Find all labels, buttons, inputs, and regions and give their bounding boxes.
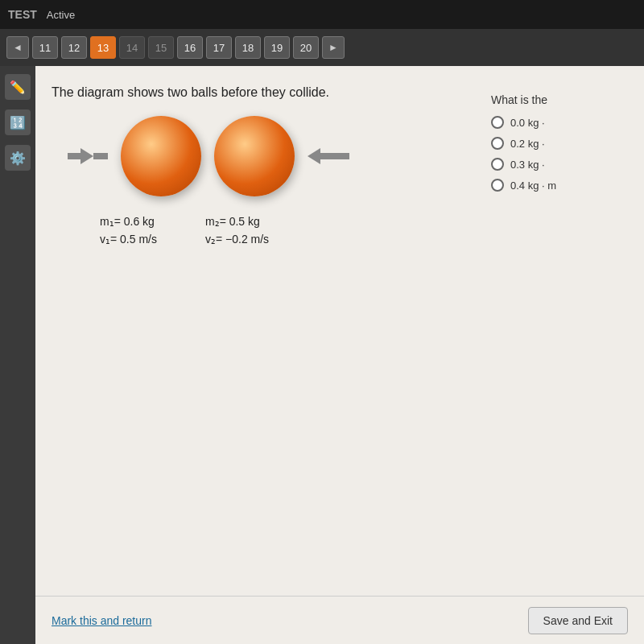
- nav-num-18[interactable]: 18: [235, 36, 261, 59]
- ball-1: [121, 116, 201, 196]
- settings-icon[interactable]: ⚙️: [5, 145, 31, 171]
- arrowhead-right: [80, 148, 93, 164]
- arrow-shaft-right: [68, 153, 80, 159]
- prev-arrow[interactable]: ◄: [6, 36, 29, 59]
- answer-text-1: 0.0 kg ·: [510, 117, 545, 129]
- nav-num-15[interactable]: 15: [148, 36, 174, 59]
- nav-num-11[interactable]: 11: [32, 36, 58, 59]
- status-label: Active: [47, 9, 75, 21]
- answer-text-3: 0.3 kg ·: [510, 159, 545, 171]
- radio-3[interactable]: [491, 158, 504, 171]
- main-layout: ✏️ 🔢 ⚙️ The diagram shows two balls befo…: [0, 66, 644, 644]
- ball-2: [214, 116, 295, 196]
- arrowhead-left: [308, 148, 320, 164]
- save-exit-button[interactable]: Save and Exit: [528, 607, 628, 634]
- app-title: TEST: [8, 8, 37, 21]
- ball1-velocity: v₁= 0.5 m/s: [100, 230, 157, 248]
- nav-num-14[interactable]: 14: [119, 36, 145, 59]
- answer-option-4[interactable]: 0.4 kg · m: [491, 179, 636, 192]
- ball2-velocity: v₂= −0.2 m/s: [205, 230, 269, 248]
- nav-num-12[interactable]: 12: [61, 36, 87, 59]
- radio-2[interactable]: [491, 137, 504, 150]
- calculator-icon[interactable]: 🔢: [5, 109, 31, 135]
- top-bar: TEST Active: [0, 0, 644, 29]
- nav-num-19[interactable]: 19: [264, 36, 290, 59]
- answer-text-4: 0.4 kg · m: [510, 180, 556, 192]
- sidebar: ✏️ 🔢 ⚙️: [0, 66, 35, 644]
- arrow-left: [308, 148, 349, 164]
- mark-return-link[interactable]: Mark this and return: [52, 614, 152, 627]
- answer-option-2[interactable]: 0.2 kg ·: [491, 137, 636, 150]
- nav-num-16[interactable]: 16: [177, 36, 203, 59]
- right-panel: What is the 0.0 kg · 0.2 kg · 0.3 kg · 0…: [483, 85, 644, 208]
- ball2-mass: m₂= 0.5 kg: [205, 213, 269, 230]
- answer-text-2: 0.2 kg ·: [510, 138, 545, 150]
- nav-num-17[interactable]: 17: [206, 36, 232, 59]
- answer-option-1[interactable]: 0.0 kg ·: [491, 116, 636, 129]
- ball1-info: m₁= 0.6 kg v₁= 0.5 m/s: [100, 213, 157, 249]
- arrow-shaft-left: [320, 153, 349, 159]
- arrow-right: [68, 151, 108, 161]
- next-arrow[interactable]: ►: [322, 36, 345, 59]
- edit-icon[interactable]: ✏️: [5, 74, 31, 100]
- bottom-bar: Mark this and return Save and Exit: [35, 596, 644, 644]
- nav-bar: ◄ 11 12 13 14 15 16 17 18 19 20 ►: [0, 29, 644, 66]
- balls-row: [68, 116, 349, 196]
- radio-4[interactable]: [491, 179, 504, 192]
- ball-labels-row: m₁= 0.6 kg v₁= 0.5 m/s m₂= 0.5 kg v₂= −0…: [100, 213, 628, 249]
- answer-option-3[interactable]: 0.3 kg ·: [491, 158, 636, 171]
- nav-num-20[interactable]: 20: [293, 36, 319, 59]
- right-panel-title: What is the: [491, 93, 636, 106]
- radio-1[interactable]: [491, 116, 504, 129]
- main-content: The diagram shows two balls before they …: [35, 66, 644, 644]
- nav-num-13[interactable]: 13: [90, 36, 116, 59]
- ball1-mass: m₁= 0.6 kg: [100, 213, 157, 230]
- ball2-info: m₂= 0.5 kg v₂= −0.2 m/s: [205, 213, 269, 249]
